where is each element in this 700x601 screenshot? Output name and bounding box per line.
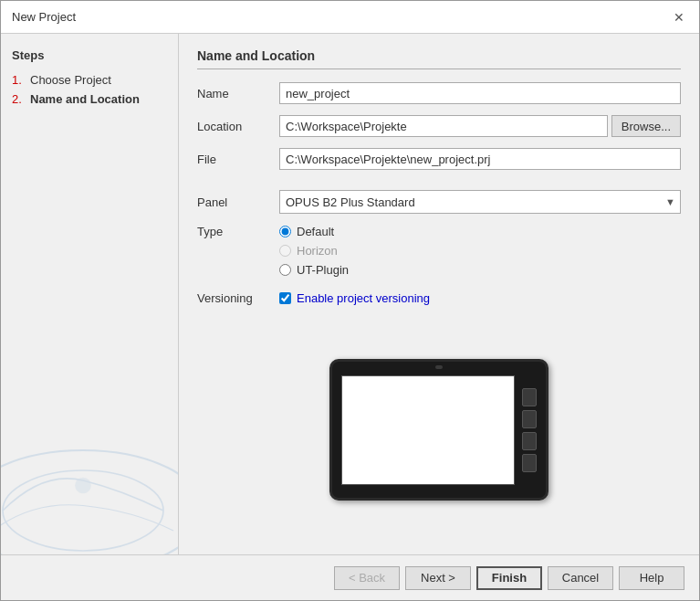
file-label: File [197, 153, 279, 166]
spacer [197, 179, 681, 190]
location-input-group: Browse... [279, 115, 681, 137]
type-default-radio[interactable] [279, 226, 291, 237]
versioning-checkbox-text: Enable project versioning [297, 291, 430, 305]
dialog-title: New Project [12, 10, 76, 24]
device-btn-2 [522, 410, 537, 428]
name-input[interactable] [279, 82, 681, 104]
panel-row: Panel OPUS B2 Plus Standard ▼ [197, 190, 681, 214]
device-btn-3 [522, 432, 537, 450]
versioning-label: Versioning [197, 291, 279, 305]
section-title: Name and Location [197, 48, 681, 69]
type-horizon-label: Horizon [297, 244, 338, 258]
next-button[interactable]: Next > [405, 566, 471, 590]
footer: < Back Next > Finish Cancel Help [1, 554, 699, 600]
close-button[interactable]: ✕ [670, 8, 688, 26]
svg-point-2 [75, 478, 91, 494]
location-input[interactable] [279, 115, 608, 137]
versioning-checkbox[interactable] [279, 292, 291, 304]
file-input[interactable] [279, 148, 681, 170]
preview-area [197, 320, 681, 540]
sidebar-watermark [1, 417, 179, 554]
type-utplugin-label: UT-Plugin [297, 263, 349, 277]
steps-list: 1. Choose Project 2. Name and Location [12, 73, 167, 106]
device-btn-4 [522, 454, 537, 472]
location-label: Location [197, 120, 279, 133]
panel-label: Panel [197, 195, 279, 209]
step-1-num: 1. [12, 73, 26, 87]
panel-select-wrapper: OPUS B2 Plus Standard ▼ [279, 190, 681, 214]
type-row: Type Default Horizon UT-Plugin [197, 225, 681, 277]
type-label: Type [197, 225, 279, 238]
device-indicator [435, 365, 443, 369]
location-row: Location Browse... [197, 113, 681, 139]
browse-button[interactable]: Browse... [611, 115, 681, 137]
panel-select[interactable]: OPUS B2 Plus Standard [279, 190, 681, 214]
step-1-label: Choose Project [30, 73, 111, 87]
step-2-label: Name and Location [30, 92, 140, 106]
new-project-dialog: New Project ✕ Steps 1. Choose Project 2.… [0, 0, 700, 601]
type-radio-group: Default Horizon UT-Plugin [279, 225, 349, 277]
device-btn-1 [522, 388, 537, 406]
title-bar: New Project ✕ [1, 1, 699, 34]
step-2: 2. Name and Location [12, 92, 167, 106]
finish-button[interactable]: Finish [476, 566, 542, 590]
main-content: Name and Location Name Location Browse..… [179, 34, 699, 554]
back-button[interactable]: < Back [334, 566, 400, 590]
step-2-num: 2. [12, 92, 26, 106]
file-row: File [197, 146, 681, 172]
type-default-label: Default [297, 225, 334, 238]
content-area: Steps 1. Choose Project 2. Name and Loca… [1, 34, 699, 554]
step-1: 1. Choose Project [12, 73, 167, 87]
cancel-button[interactable]: Cancel [548, 566, 613, 590]
form-area: Name Location Browse... File [197, 80, 681, 320]
type-utplugin-option[interactable]: UT-Plugin [279, 263, 349, 277]
versioning-checkbox-label[interactable]: Enable project versioning [279, 291, 430, 305]
name-row: Name [197, 80, 681, 106]
help-button[interactable]: Help [619, 566, 684, 590]
device-buttons [522, 388, 537, 472]
type-horizon-option: Horizon [279, 244, 349, 258]
type-horizon-radio [279, 245, 291, 257]
name-label: Name [197, 87, 279, 100]
device-screen [341, 375, 515, 485]
sidebar: Steps 1. Choose Project 2. Name and Loca… [1, 34, 179, 554]
type-utplugin-radio[interactable] [279, 264, 291, 276]
device-preview [329, 359, 549, 501]
svg-point-0 [1, 450, 179, 554]
steps-title: Steps [12, 48, 167, 62]
type-default-option[interactable]: Default [279, 225, 349, 238]
versioning-row: Versioning Enable project versioning [197, 291, 681, 305]
